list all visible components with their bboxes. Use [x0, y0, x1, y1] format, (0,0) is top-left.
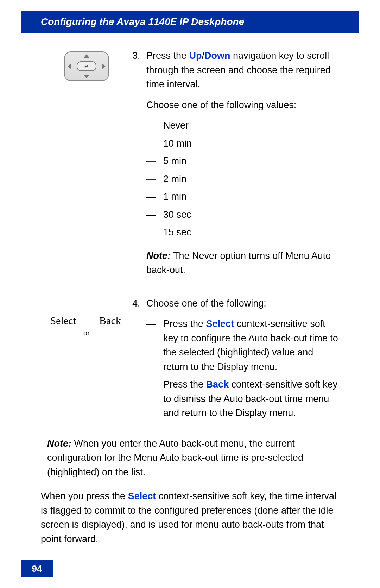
header-title: Configuring the Avaya 1140E IP Deskphone [41, 16, 244, 27]
softkey-back-col: Back [91, 315, 129, 338]
header-bar: Configuring the Avaya 1140E IP Deskphone [21, 11, 359, 33]
softkey-select-col: Select [44, 315, 82, 338]
option-value: 1 min [163, 190, 340, 204]
kw-back: Back [206, 379, 229, 390]
option-value: 15 sec [163, 225, 340, 240]
note-label: Note: [47, 438, 71, 449]
dash-icon [146, 154, 163, 168]
t: Press the [163, 379, 206, 390]
step3-slash: / [202, 50, 205, 61]
step4-intro: Choose one of the following: [146, 296, 340, 311]
step-4-row: Select or Back 4. Choose one of the foll… [41, 296, 340, 424]
option-value: 2 min [163, 172, 340, 186]
t: When you press the [41, 491, 128, 501]
dash-icon [146, 136, 163, 151]
content-area: 3. Press the Up/Down navigation key to s… [41, 49, 340, 546]
step-3-number: 3. [132, 49, 146, 63]
step-4-illustration-col: Select or Back [41, 296, 132, 338]
nav-key-icon [64, 51, 109, 81]
option-value: 30 sec [163, 208, 340, 222]
softkey-back-label: Back [99, 315, 121, 327]
final-paragraph: When you press the Select context-sensit… [41, 489, 340, 546]
softkey-back-button-icon [91, 329, 129, 338]
note-label: Note: [146, 250, 171, 261]
option-item: 2 min [146, 172, 340, 186]
step-3-illustration-col [41, 49, 132, 81]
option-item: 15 sec [146, 225, 340, 240]
step3-note: Note: The Never option turns off Menu Au… [146, 249, 340, 277]
dash-icon [146, 208, 163, 222]
softkey-or-text: or [82, 329, 91, 338]
dash-icon [146, 118, 163, 133]
step3-choose-line: Choose one of the following values: [146, 98, 340, 112]
step3-options-list: Never 10 min 5 min 2 min 1 min 30 sec 15… [146, 118, 340, 240]
kw-select: Select [128, 491, 156, 501]
page: Configuring the Avaya 1140E IP Deskphone… [0, 0, 380, 588]
page-number: 94 [21, 560, 53, 577]
dash-icon [146, 225, 163, 240]
nav-down-icon [84, 75, 89, 78]
note-text: When you enter the Auto back-out menu, t… [47, 438, 303, 477]
kw-down: Down [204, 50, 230, 61]
nav-enter-icon [77, 61, 96, 71]
dash-icon [146, 190, 163, 204]
dash-icon [146, 377, 163, 392]
option-value: 10 min [163, 136, 340, 151]
step-4-body: Choose one of the following: Press the S… [146, 296, 340, 424]
step3-pre: Press the [146, 50, 189, 61]
kw-up: Up [189, 50, 202, 61]
option-item: 1 min [146, 190, 340, 204]
step-4-number: 4. [132, 296, 146, 311]
step-3-row: 3. Press the Up/Down navigation key to s… [41, 49, 340, 286]
step4-item-text: Press the Back context-sensitive soft ke… [163, 377, 340, 420]
option-item: 10 min [146, 136, 340, 151]
step4-item: Press the Select context-sensitive soft … [146, 317, 340, 374]
softkey-select-label: Select [50, 315, 76, 327]
option-value: 5 min [163, 154, 340, 168]
step4-item-text: Press the Select context-sensitive soft … [163, 317, 340, 374]
option-item: 30 sec [146, 208, 340, 222]
option-value: Never [163, 118, 340, 133]
note-text: The Never option turns off Menu Auto bac… [146, 250, 331, 276]
step4-item: Press the Back context-sensitive soft ke… [146, 377, 340, 420]
dash-icon [146, 317, 163, 331]
nav-right-icon [102, 63, 106, 69]
bottom-note: Note: When you enter the Auto back-out m… [47, 437, 340, 479]
dash-icon [146, 172, 163, 186]
step4-options: Press the Select context-sensitive soft … [146, 317, 340, 420]
nav-left-icon [68, 63, 71, 69]
softkey-illustration: Select or Back [44, 311, 129, 338]
step-3-main-text: Press the Up/Down navigation key to scro… [146, 49, 340, 92]
kw-select: Select [206, 318, 234, 329]
option-item: 5 min [146, 154, 340, 168]
nav-up-icon [84, 54, 89, 58]
t: Press the [163, 318, 206, 329]
softkey-select-button-icon [44, 329, 82, 338]
step-3-body: Press the Up/Down navigation key to scro… [146, 49, 340, 286]
option-item: Never [146, 118, 340, 133]
